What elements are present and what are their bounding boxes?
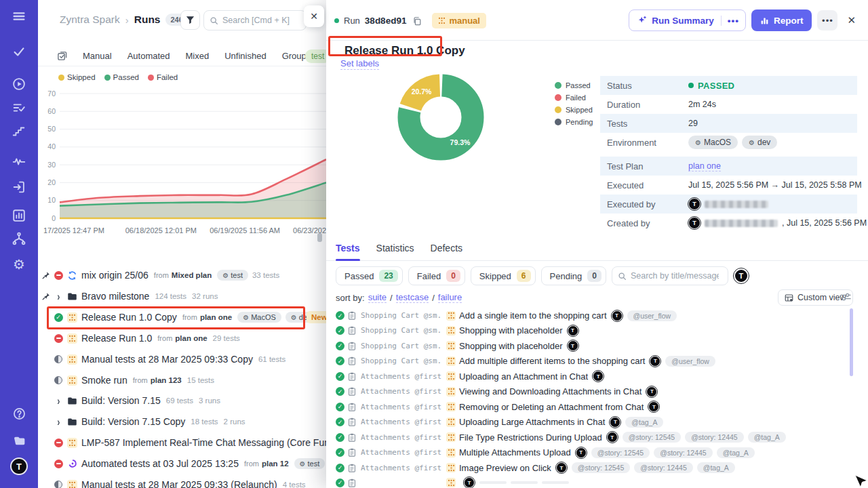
test-title[interactable]: Add multiple different items to the shop… <box>459 356 645 366</box>
chevron-right-icon[interactable]: › <box>54 416 63 427</box>
run-status-passed-icon: ✓ <box>54 313 63 322</box>
manual-test-icon <box>446 387 456 396</box>
test-row[interactable]: ✓Attachments @firstUploading Large Attac… <box>326 416 868 428</box>
test-row[interactable]: ✓Shopping Cart @sm...Add a single item t… <box>326 310 868 322</box>
test-row[interactable]: ✓Attachments @firstFile Type Restriction… <box>326 431 868 443</box>
test-suite-name: Attachments @first <box>361 464 443 472</box>
chevron-right-icon[interactable]: › <box>54 291 63 302</box>
run-detail-panel: Run 38d8ed91 manual Run Summary ••• <box>326 0 868 488</box>
clipboard-icon <box>348 357 356 365</box>
test-passed-icon: ✓ <box>336 464 344 472</box>
gear-icon[interactable]: ⚙ <box>0 255 38 274</box>
run-list-item[interactable]: ›Build: Version 7.15 Copy18 tests2 runs <box>38 415 326 428</box>
run-list-item[interactable]: LMP-587 Implement Real-Time Chat Messagi… <box>38 436 326 449</box>
test-title[interactable]: Uploading an Attachment in Chat <box>459 371 588 382</box>
test-row[interactable]: ✓Attachments @firstMultiple Attachments … <box>326 447 868 459</box>
test-list-scrollbar[interactable] <box>850 308 853 376</box>
test-passed-icon: ✓ <box>336 372 344 381</box>
run-type-manual-icon <box>67 375 77 386</box>
run-list-item[interactable]: ›Build: Version 7.1569 tests3 runs <box>38 394 326 407</box>
steps-icon[interactable] <box>0 122 38 141</box>
test-row[interactable]: ✓Attachments @firstRemoving or Deleting … <box>326 401 868 413</box>
test-tag[interactable] <box>542 481 569 484</box>
manual-test-icon <box>446 357 456 366</box>
run-plan-name[interactable]: plan one <box>175 334 207 342</box>
test-tag[interactable]: @story: 12445 <box>634 462 692 473</box>
chevron-right-icon[interactable]: › <box>54 395 63 406</box>
test-tag[interactable]: @story: 12445 <box>654 447 712 458</box>
test-row[interactable]: ✓Shopping Cart @sm...Shopping with place… <box>326 340 868 352</box>
test-tag[interactable]: @tag_A <box>717 447 755 458</box>
test-tag[interactable]: @story: 12545 <box>623 432 681 443</box>
run-list-item[interactable]: Manual tests at 28 Mar 2025 09:33 (Relau… <box>38 478 326 488</box>
run-list-item[interactable]: Automated tests at 03 Jul 2025 13:25from… <box>38 457 326 470</box>
run-list-item[interactable]: ›Bravo milestone124 tests32 runs <box>38 289 326 303</box>
folder-icon[interactable] <box>0 431 38 450</box>
run-from-label: from <box>133 376 148 384</box>
test-tag[interactable] <box>479 481 507 484</box>
check-icon[interactable] <box>0 42 38 61</box>
test-title[interactable]: Removing or Deleting an Attachment from … <box>459 402 644 412</box>
list-check-icon[interactable] <box>0 98 38 117</box>
folder-icon <box>67 292 77 301</box>
test-row[interactable]: ✓Shopping Cart @sm...Shopping with place… <box>326 325 868 337</box>
test-title[interactable]: Viewing and Downloading Attachments in C… <box>459 386 642 396</box>
avatar-t[interactable]: T <box>0 457 38 476</box>
test-tag[interactable]: @tag_A <box>625 417 663 428</box>
run-type-mixed-icon <box>67 270 77 281</box>
test-suite-name: Attachments @first <box>361 433 443 442</box>
run-plan-name[interactable]: Mixed plan <box>172 271 212 279</box>
test-title[interactable]: Add a single item to the shopping cart <box>459 310 607 321</box>
assignee-avatar: T <box>650 356 660 367</box>
run-plan-name[interactable]: plan 12 <box>262 460 289 468</box>
test-title[interactable]: Shopping with placeholder <box>459 325 563 336</box>
run-meta-text: 15 tests <box>187 376 214 384</box>
test-tag[interactable]: @tag_A <box>748 432 786 443</box>
menu-icon[interactable] <box>0 7 38 26</box>
user-avatar[interactable]: T <box>10 458 28 475</box>
test-row[interactable]: ✓Attachments @firstImage Preview on Clic… <box>326 462 868 474</box>
test-title[interactable]: Image Preview on Click <box>459 463 551 473</box>
activity-icon[interactable] <box>0 152 38 171</box>
test-tag[interactable]: @story: 12445 <box>685 432 743 443</box>
test-tag[interactable]: @story: 12545 <box>591 447 650 458</box>
test-title[interactable]: Multiple Attachments Upload <box>459 447 571 458</box>
run-list-item[interactable]: Manual tests at 28 Mar 2025 09:33 Copy61… <box>38 352 326 366</box>
test-tag[interactable]: @user_flow <box>627 310 677 321</box>
test-tag[interactable]: @user_flow <box>665 356 715 367</box>
run-list-item[interactable]: Smoke runfromplan 12315 tests <box>38 373 326 387</box>
pin-icon <box>42 292 50 300</box>
test-title[interactable]: Uploading Large Attachments in Chat <box>459 417 605 427</box>
run-list-item[interactable]: Release Run 1.0fromplan one29 tests <box>38 331 326 345</box>
test-title[interactable]: Shopping with placeholder <box>459 341 563 351</box>
bar-chart-icon[interactable] <box>0 206 38 225</box>
clipboard-icon <box>348 311 356 320</box>
test-tag[interactable]: @tag_A <box>697 462 735 473</box>
gear-icon: ⚙ <box>291 314 297 321</box>
run-status-progress-icon <box>54 376 63 384</box>
test-title[interactable]: File Type Restrictions During Upload <box>459 432 602 443</box>
panel-close-button[interactable]: ✕ <box>304 5 324 27</box>
test-suite-name: Attachments @first <box>361 448 443 457</box>
run-list-item[interactable]: ✓Release Run 1.0 Copyfromplan one⚙MacOS⚙… <box>38 310 326 324</box>
manual-test-icon <box>446 371 456 381</box>
run-plan-name[interactable]: plan one <box>200 313 232 321</box>
test-tag[interactable] <box>511 481 538 484</box>
test-row[interactable]: ✓Attachments @firstViewing and Downloadi… <box>326 386 868 398</box>
test-row[interactable]: ✓Attachments @firstUploading an Attachme… <box>326 370 868 382</box>
run-status-failed-icon <box>54 271 63 280</box>
test-suite-name: Shopping Cart @sm... <box>361 311 443 320</box>
test-row[interactable]: ✓Shopping Cart @sm...Add multiple differ… <box>326 355 868 367</box>
sign-in-icon[interactable] <box>0 178 38 197</box>
run-list-item[interactable]: mix origin 25/06fromMixed plan⚙test33 te… <box>38 268 326 282</box>
git-branch-icon[interactable] <box>0 229 38 248</box>
test-row[interactable]: ✓T <box>326 476 868 488</box>
run-status-progress-icon <box>54 355 63 363</box>
test-tag[interactable]: @story: 12545 <box>572 462 630 473</box>
test-passed-icon: ✓ <box>336 433 344 442</box>
run-plan-name[interactable]: plan 123 <box>151 376 182 384</box>
help-icon[interactable] <box>0 404 38 423</box>
test-passed-icon: ✓ <box>336 418 344 426</box>
run-type-manual-icon <box>67 480 77 488</box>
play-circle-icon[interactable] <box>0 75 38 94</box>
